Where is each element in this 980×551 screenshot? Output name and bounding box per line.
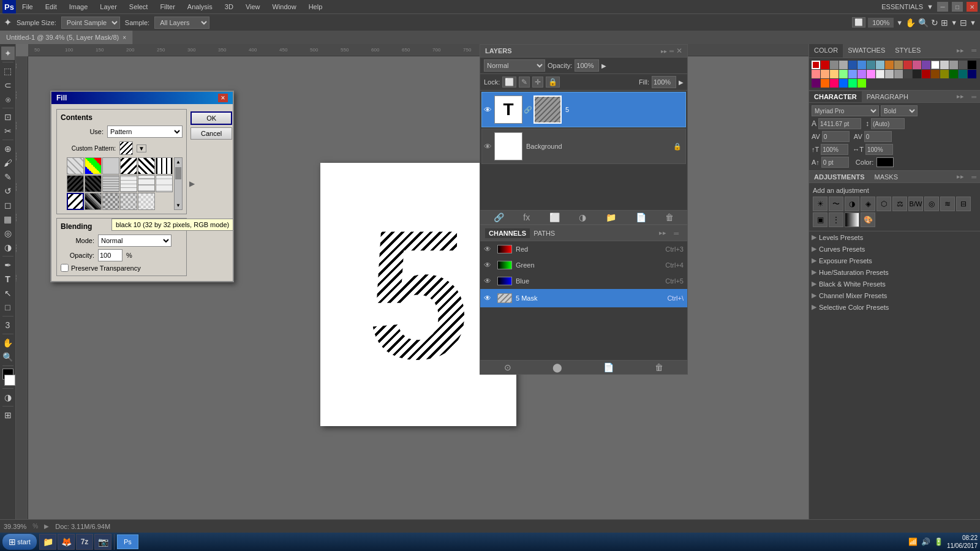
swatch-gray-2[interactable] — [839, 61, 848, 69]
horiz-scale-input[interactable] — [865, 144, 893, 155]
swatch-gray-1[interactable] — [830, 61, 839, 69]
fill-preserve-checkbox[interactable] — [61, 264, 69, 272]
lock-position-icon[interactable]: ✛ — [532, 77, 543, 88]
background-color[interactable] — [4, 375, 15, 386]
menu-layer[interactable]: Layer — [97, 2, 119, 12]
lock-image-icon[interactable]: ✎ — [519, 77, 530, 88]
tracking-input[interactable] — [864, 131, 892, 142]
arrange-icon[interactable]: ⊟ — [960, 18, 967, 28]
add-mask-button[interactable]: ⬜ — [549, 212, 560, 222]
swatch-blue-2[interactable] — [858, 61, 866, 69]
pattern-more-arrow[interactable]: ▶ — [189, 179, 195, 188]
char-panel-menu[interactable]: ▸▸ — [953, 91, 968, 102]
view-icon[interactable]: ⊞ — [941, 18, 948, 28]
fill-ok-button[interactable]: OK — [190, 111, 232, 125]
channel-new[interactable]: 📄 — [603, 362, 614, 372]
marquee-tool[interactable]: ⬚ — [1, 64, 15, 78]
pattern-swatch-10[interactable] — [120, 175, 137, 192]
channel-blue-eye[interactable]: 👁 — [484, 277, 494, 285]
canvas-size-icon[interactable]: ⬜ — [852, 17, 865, 28]
slice-tool[interactable]: ✂ — [1, 124, 15, 138]
adj-icon-gradmap[interactable] — [845, 212, 859, 227]
brush-tool[interactable]: 🖌 — [1, 156, 15, 170]
blend-mode-select[interactable]: Normal — [484, 59, 545, 72]
swatch-vdg[interactable] — [913, 70, 921, 78]
swatch-hpink[interactable] — [830, 79, 839, 88]
healing-brush-tool[interactable]: ⊕ — [1, 142, 15, 156]
layer-visibility-eye[interactable]: 👁 — [482, 105, 493, 114]
paragraph-tab[interactable]: PARAGRAPH — [862, 91, 913, 102]
preset-hue-sat[interactable]: ▶ Hue/Saturation Presets — [809, 266, 980, 278]
zoom-tool[interactable]: 🔍 — [918, 18, 929, 28]
layer-bg-visibility-eye[interactable]: 👁 — [482, 142, 493, 151]
adj-icon-photofilter[interactable]: ◎ — [924, 197, 939, 211]
channels-tab[interactable]: CHANNELS — [485, 228, 530, 238]
pattern-swatch-4[interactable] — [120, 157, 137, 174]
color-panel-collapse[interactable]: ═ — [968, 44, 980, 58]
swatch-dpurp[interactable] — [812, 79, 820, 88]
adj-icon-hsl[interactable]: ⬡ — [876, 197, 891, 211]
channels-panel-collapse[interactable]: ═ — [670, 228, 682, 239]
channel-red-eye[interactable]: 👁 — [484, 245, 494, 253]
pattern-swatch-2[interactable] — [85, 157, 102, 174]
pattern-swatch-5[interactable] — [138, 157, 155, 174]
pattern-swatch-1[interactable] — [67, 157, 84, 174]
swatch-mg2[interactable] — [885, 70, 894, 78]
swatch-red-solid[interactable] — [821, 61, 829, 69]
taskbar-7zip[interactable]: 7z — [76, 534, 93, 550]
rotate-tool[interactable]: ↻ — [931, 18, 938, 28]
taskbar-firefox[interactable]: 🦊 — [58, 534, 75, 550]
swatch-orange[interactable] — [885, 61, 894, 69]
pattern-scroll-up[interactable]: ▲ — [175, 158, 182, 166]
hand-tool[interactable]: ✋ — [905, 18, 916, 28]
window-close[interactable]: ✕ — [967, 2, 978, 12]
layer-item-background[interactable]: 👁 Background 🔒 — [481, 129, 686, 164]
swatch-dgrn[interactable] — [949, 70, 958, 78]
eraser-tool[interactable]: ◻ — [1, 198, 15, 212]
view-dropdown[interactable]: ▼ — [951, 19, 957, 26]
swatch-lred[interactable] — [812, 70, 820, 78]
swatch-blue-1[interactable] — [848, 61, 857, 69]
menu-analysis[interactable]: Analysis — [185, 2, 215, 12]
swatch-brow[interactable] — [931, 70, 940, 78]
swatch-mg3[interactable] — [894, 70, 903, 78]
swatch-red-border[interactable] — [812, 61, 820, 69]
adjustment-layer-button[interactable]: ◑ — [579, 212, 586, 222]
swatch-black[interactable] — [968, 61, 976, 69]
adj-icon-channelmix[interactable]: ≋ — [940, 197, 955, 211]
swatch-vlgray[interactable] — [876, 70, 884, 78]
swatch-lpur[interactable] — [858, 70, 866, 78]
taskbar-app4[interactable]: 📷 — [94, 534, 111, 550]
layers-panel-close[interactable]: ✕ — [676, 47, 682, 55]
menu-help[interactable]: Help — [306, 2, 325, 12]
swatch-lorange[interactable] — [821, 70, 829, 78]
layers-panel-menu[interactable]: ▸▸ — [661, 48, 667, 54]
swatch-cyan[interactable] — [876, 61, 884, 69]
menu-file[interactable]: File — [20, 2, 36, 12]
new-layer-button[interactable]: 📄 — [636, 212, 646, 222]
pattern-swatch-14[interactable] — [85, 193, 102, 210]
swatch-dgray[interactable] — [959, 61, 967, 69]
fill-mode-select[interactable]: Normal — [98, 234, 172, 247]
hand-tool-bar[interactable]: ✋ — [1, 336, 15, 350]
tab-close-button[interactable]: × — [123, 34, 126, 41]
history-brush-tool[interactable]: ↺ — [1, 184, 15, 198]
zoom-dropdown[interactable]: ▼ — [896, 19, 903, 26]
swatches-tab[interactable]: SWATCHES — [843, 44, 890, 58]
preset-channel-mixer[interactable]: ▶ Channel Mixer Presets — [809, 290, 980, 301]
font-size-input[interactable] — [818, 118, 861, 129]
swatch-mgray[interactable] — [949, 61, 958, 69]
fill-dialog-close-button[interactable]: × — [218, 94, 228, 102]
pattern-swatch-16[interactable] — [120, 193, 137, 210]
adj-icon-levels[interactable]: ☀ — [813, 197, 827, 211]
menu-view[interactable]: View — [243, 2, 263, 12]
gradient-tool[interactable]: ▦ — [1, 212, 15, 226]
channel-green[interactable]: 👁 Green Ctrl+4 — [480, 257, 687, 273]
adj-panel-menu[interactable]: ▸▸ — [953, 171, 968, 182]
pattern-scroll-down[interactable]: ▼ — [175, 201, 182, 209]
lock-transparent-icon[interactable]: ⬜ — [502, 77, 516, 88]
layers-panel-collapse[interactable]: ═ — [669, 48, 674, 54]
pen-tool[interactable]: ✒ — [1, 258, 15, 272]
pattern-swatch-9[interactable] — [102, 175, 119, 192]
menu-image[interactable]: Image — [67, 2, 91, 12]
